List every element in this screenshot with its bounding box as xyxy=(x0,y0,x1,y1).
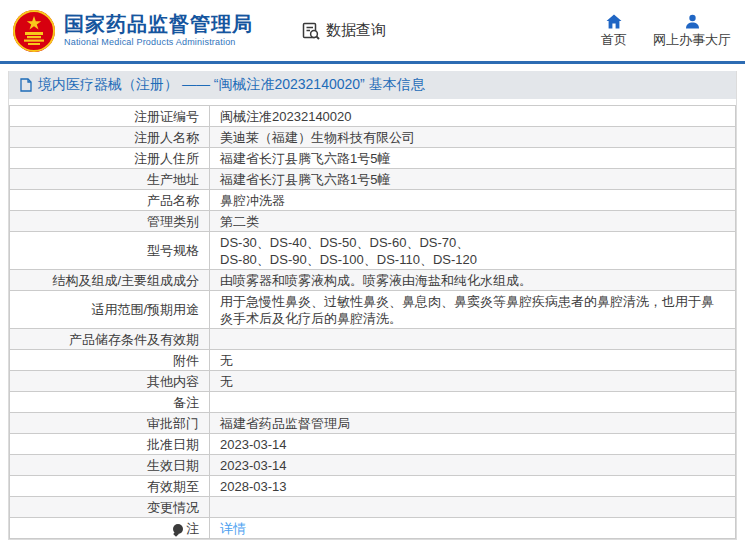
user-icon xyxy=(685,14,700,29)
row-label: 注 xyxy=(10,518,210,539)
row-label: 变更情况 xyxy=(10,497,210,518)
row-value: 鼻腔冲洗器 xyxy=(210,190,736,211)
lightbulb-icon xyxy=(173,524,183,534)
document-search-icon xyxy=(301,21,321,41)
row-value: 无 xyxy=(210,350,736,371)
row-value xyxy=(210,329,736,350)
nav-home[interactable]: 首页 xyxy=(601,14,627,47)
row-label: 备注 xyxy=(10,392,210,413)
table-row: 管理类别第二类 xyxy=(10,211,736,232)
national-emblem-icon xyxy=(12,9,56,53)
row-value: 第二类 xyxy=(210,211,736,232)
table-row: 审批部门福建省药品监督管理局 xyxy=(10,413,736,434)
detail-link[interactable]: 详情 xyxy=(220,521,246,536)
nmpa-logo[interactable]: 国家药品监督管理局 National Medical Products Admi… xyxy=(12,9,253,53)
table-row: 注册人名称美迪莱（福建）生物科技有限公司 xyxy=(10,127,736,148)
row-value: 2023-03-14 xyxy=(210,455,736,476)
row-label: 产品名称 xyxy=(10,190,210,211)
table-row: 生产地址福建省长汀县腾飞六路1号5幢 xyxy=(10,169,736,190)
row-label: 其他内容 xyxy=(10,371,210,392)
row-value: 美迪莱（福建）生物科技有限公司 xyxy=(210,127,736,148)
table-row: 有效期至2028-03-13 xyxy=(10,476,736,497)
row-label: 附件 xyxy=(10,350,210,371)
table-row: 备注 xyxy=(10,392,736,413)
table-row: 注册证编号闽械注准20232140020 xyxy=(10,106,736,127)
table-row: 注册人住所福建省长汀县腾飞六路1号5幢 xyxy=(10,148,736,169)
row-label: 结构及组成/主要组成成分 xyxy=(10,270,210,291)
row-label: 型号规格 xyxy=(10,232,210,270)
table-row: 其他内容无 xyxy=(10,371,736,392)
row-label: 批准日期 xyxy=(10,434,210,455)
row-value: 闽械注准20232140020 xyxy=(210,106,736,127)
row-label: 管理类别 xyxy=(10,211,210,232)
row-value: 详情 xyxy=(210,518,736,539)
row-value: 2023-03-14 xyxy=(210,434,736,455)
header-nav: 首页 网上办事大厅 xyxy=(601,14,735,47)
nav-home-label: 首页 xyxy=(601,32,627,47)
page-title-bar: 境内医疗器械（注册） —— “闽械注准20232140020” 基本信息 xyxy=(9,71,736,99)
nav-service-hall[interactable]: 网上办事大厅 xyxy=(653,14,731,47)
row-label: 审批部门 xyxy=(10,413,210,434)
row-label: 注册人住所 xyxy=(10,148,210,169)
row-label: 生效日期 xyxy=(10,455,210,476)
row-value: 由喷雾器和喷雾液构成。喷雾液由海盐和纯化水组成。 xyxy=(210,270,736,291)
table-row: 批准日期2023-03-14 xyxy=(10,434,736,455)
info-table-body: 注册证编号闽械注准20232140020注册人名称美迪莱（福建）生物科技有限公司… xyxy=(10,106,736,539)
table-row: 附件无 xyxy=(10,350,736,371)
table-row: 型号规格DS-30、DS-40、DS-50、DS-60、DS-70、DS-80、… xyxy=(10,232,736,270)
table-row: 产品名称鼻腔冲洗器 xyxy=(10,190,736,211)
row-value: DS-30、DS-40、DS-50、DS-60、DS-70、DS-80、DS-9… xyxy=(210,232,736,270)
table-row: 产品储存条件及有效期 xyxy=(10,329,736,350)
row-value xyxy=(210,392,736,413)
row-value: 2028-03-13 xyxy=(210,476,736,497)
row-label: 有效期至 xyxy=(10,476,210,497)
site-header: 国家药品监督管理局 National Medical Products Admi… xyxy=(0,0,745,61)
row-value xyxy=(210,497,736,518)
row-label: 生产地址 xyxy=(10,169,210,190)
document-icon xyxy=(20,78,32,92)
table-row: 结构及组成/主要组成成分由喷雾器和喷雾液构成。喷雾液由海盐和纯化水组成。 xyxy=(10,270,736,291)
row-value: 福建省长汀县腾飞六路1号5幢 xyxy=(210,148,736,169)
row-label: 注册人名称 xyxy=(10,127,210,148)
content-panel: 境内医疗器械（注册） —— “闽械注准20232140020” 基本信息 注册证… xyxy=(8,71,737,540)
data-query-tab[interactable]: 数据查询 xyxy=(301,21,386,41)
table-row: 生效日期2023-03-14 xyxy=(10,455,736,476)
table-row: 注详情 xyxy=(10,518,736,539)
row-label: 产品储存条件及有效期 xyxy=(10,329,210,350)
row-value: 福建省长汀县腾飞六路1号5幢 xyxy=(210,169,736,190)
row-value: 用于急慢性鼻炎、过敏性鼻炎、鼻息肉、鼻窦炎等鼻腔疾病患者的鼻腔清洗，也用于鼻炎手… xyxy=(210,291,736,329)
info-table: 注册证编号闽械注准20232140020注册人名称美迪莱（福建）生物科技有限公司… xyxy=(9,105,736,539)
row-label: 适用范围/预期用途 xyxy=(10,291,210,329)
row-value: 福建省药品监督管理局 xyxy=(210,413,736,434)
header-divider xyxy=(0,61,745,64)
row-value: 无 xyxy=(210,371,736,392)
home-icon xyxy=(606,14,622,29)
site-subtitle: National Medical Products Administration xyxy=(64,37,253,48)
page-title: 境内医疗器械（注册） —— “闽械注准20232140020” 基本信息 xyxy=(38,76,425,94)
row-label: 注册证编号 xyxy=(10,106,210,127)
table-row: 变更情况 xyxy=(10,497,736,518)
site-title: 国家药品监督管理局 xyxy=(64,13,253,35)
table-row: 适用范围/预期用途用于急慢性鼻炎、过敏性鼻炎、鼻息肉、鼻窦炎等鼻腔疾病患者的鼻腔… xyxy=(10,291,736,329)
logo-text-block: 国家药品监督管理局 National Medical Products Admi… xyxy=(64,13,253,48)
nav-service-hall-label: 网上办事大厅 xyxy=(653,32,731,47)
data-query-label: 数据查询 xyxy=(326,21,386,40)
